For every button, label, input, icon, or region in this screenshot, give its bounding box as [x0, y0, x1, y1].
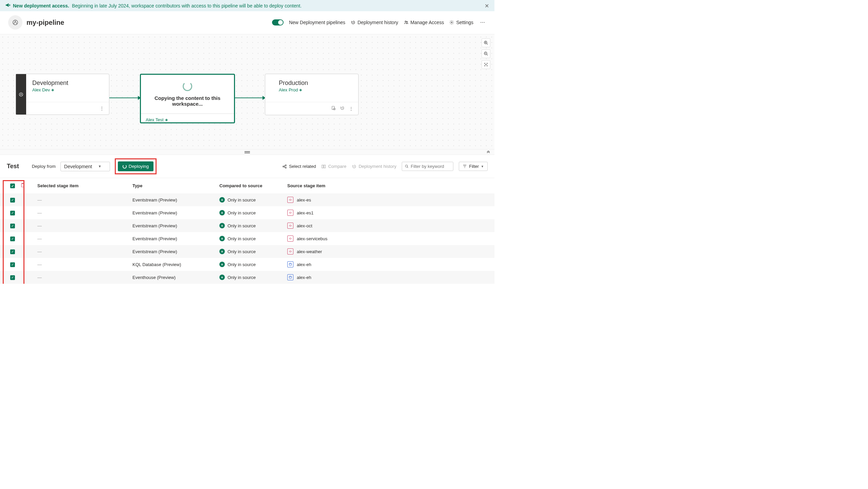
deploy-from-select[interactable]: Development ▼	[60, 162, 110, 171]
panel-splitter[interactable]	[0, 150, 494, 155]
table-row[interactable]: ✓—Eventstream (Preview)+Only in sourceal…	[0, 206, 494, 219]
selected-item-value: —	[37, 223, 42, 228]
diamond-icon: ◈	[51, 88, 54, 92]
history-icon	[340, 106, 345, 110]
select-all-checkbox[interactable]: ✓	[10, 184, 15, 188]
col-compared-header: Compared to source	[217, 178, 285, 193]
item-type: Eventstream (Preview)	[130, 245, 217, 258]
svg-point-2	[406, 21, 408, 22]
item-type-icon	[287, 248, 293, 255]
row-checkbox[interactable]: ✓	[10, 224, 15, 228]
stage-menu-button[interactable]: ⋮	[348, 105, 354, 112]
selected-item-value: —	[37, 197, 42, 203]
col-selected-header: Selected stage item	[35, 178, 130, 193]
stage-history-button[interactable]	[339, 105, 345, 112]
compare-button: Compare	[321, 164, 346, 169]
stage-assign-button[interactable]	[330, 105, 337, 112]
item-type: Eventstream (Preview)	[130, 193, 217, 206]
items-table-wrapper: ✓ Selected stage item Type Compared to s…	[0, 178, 494, 284]
selected-item-value: —	[37, 236, 42, 241]
deployment-history-button[interactable]: Deployment history	[351, 20, 398, 25]
banner-title: New deployment access.	[13, 3, 69, 8]
more-options-button[interactable]: ⋯	[479, 18, 486, 27]
filter-input[interactable]	[411, 164, 451, 169]
zoom-out-button[interactable]	[482, 49, 490, 58]
table-row[interactable]: ✓—Eventstream (Preview)+Only in sourceal…	[0, 232, 494, 245]
row-checkbox[interactable]: ✓	[10, 249, 15, 254]
item-type-icon	[287, 261, 293, 267]
source-item: alex-eh	[287, 274, 492, 280]
stage-side-indicator	[16, 74, 26, 115]
row-checkbox[interactable]: ✓	[10, 275, 15, 280]
compare-badge: +Only in source	[219, 275, 256, 280]
row-checkbox[interactable]: ✓	[10, 198, 15, 203]
selected-item-value: —	[37, 249, 42, 254]
pipeline-icon	[8, 15, 22, 30]
compare-badge: +Only in source	[219, 210, 256, 215]
item-type-icon	[287, 197, 293, 203]
table-row[interactable]: ✓—Eventstream (Preview)+Only in sourceal…	[0, 245, 494, 258]
stage-workspace: Alex Prod ◈	[279, 87, 352, 92]
fit-view-button[interactable]	[482, 60, 490, 69]
arrow-dev-to-test	[109, 98, 140, 98]
expand-panel-button[interactable]	[486, 150, 490, 155]
table-row[interactable]: ✓—Eventstream (Preview)+Only in sourceal…	[0, 219, 494, 232]
close-icon[interactable]: ✕	[485, 3, 489, 9]
source-item: alex-oct	[287, 223, 492, 229]
svg-point-1	[405, 21, 406, 22]
select-related-button[interactable]: Select related	[282, 164, 316, 169]
deploy-button[interactable]: Deploying	[118, 161, 153, 171]
people-icon	[404, 20, 409, 25]
svg-point-3	[451, 22, 453, 23]
table-row[interactable]: ✓—KQL Database (Preview)+Only in sourcea…	[0, 258, 494, 271]
clipboard-icon	[20, 183, 25, 189]
zoom-out-icon	[484, 52, 488, 56]
settings-button[interactable]: Settings	[449, 20, 473, 25]
diamond-icon: ◈	[299, 88, 302, 92]
manage-access-button[interactable]: Manage Access	[404, 20, 444, 25]
source-item: alex-es	[287, 197, 492, 203]
stage-test[interactable]: Copying the content to this workspace...…	[140, 74, 235, 123]
filter-button[interactable]: Filter ▼	[459, 162, 488, 171]
plus-icon: +	[219, 262, 225, 267]
item-type-icon	[287, 274, 293, 280]
plus-icon: +	[219, 249, 225, 254]
plus-icon: +	[219, 223, 225, 228]
row-checkbox[interactable]: ✓	[10, 237, 15, 241]
chevron-double-up-icon	[486, 150, 490, 154]
gear-icon	[449, 20, 454, 25]
compare-badge: +Only in source	[219, 236, 256, 241]
svg-point-10	[283, 166, 284, 167]
svg-rect-14	[324, 165, 325, 168]
col-type-header: Type	[130, 178, 217, 193]
new-pipelines-toggle[interactable]	[272, 19, 284, 25]
notification-banner: New deployment access. Beginning in late…	[0, 0, 494, 11]
svg-point-19	[289, 276, 292, 277]
megaphone-icon	[5, 3, 10, 8]
row-checkbox[interactable]: ✓	[10, 262, 15, 267]
drag-handle-icon[interactable]	[245, 151, 250, 153]
svg-point-6	[486, 64, 486, 65]
stage-menu-button[interactable]: ⋮	[99, 105, 105, 112]
source-item: alex-es1	[287, 210, 492, 216]
deploy-button-highlight: Deploying	[115, 158, 157, 174]
stage-production[interactable]: Production Alex Prod ◈ ⋮	[265, 74, 359, 115]
compare-icon	[321, 164, 326, 169]
item-type-icon	[287, 235, 293, 242]
table-row[interactable]: ✓—Eventhouse (Preview)+Only in sourceale…	[0, 271, 494, 284]
stage-development[interactable]: Development Alex Dev ◈ ⋮	[16, 74, 109, 115]
filter-input-wrapper	[402, 162, 453, 171]
stage-name: Development	[32, 80, 103, 87]
history-icon	[352, 164, 357, 169]
pipeline-canvas[interactable]: Development Alex Dev ◈ ⋮ Copying the con…	[0, 34, 494, 150]
selected-item-value: —	[37, 210, 42, 215]
zoom-in-button[interactable]	[482, 38, 490, 47]
table-row[interactable]: ✓—Eventstream (Preview)+Only in sourceal…	[0, 193, 494, 206]
item-type-icon	[287, 210, 293, 216]
compare-badge: +Only in source	[219, 249, 256, 254]
row-checkbox[interactable]: ✓	[10, 211, 15, 215]
filter-icon	[463, 164, 467, 169]
share-icon	[282, 164, 287, 169]
panel-header: Test Deploy from Development ▼ Deploying…	[0, 155, 494, 178]
svg-rect-8	[332, 106, 334, 110]
